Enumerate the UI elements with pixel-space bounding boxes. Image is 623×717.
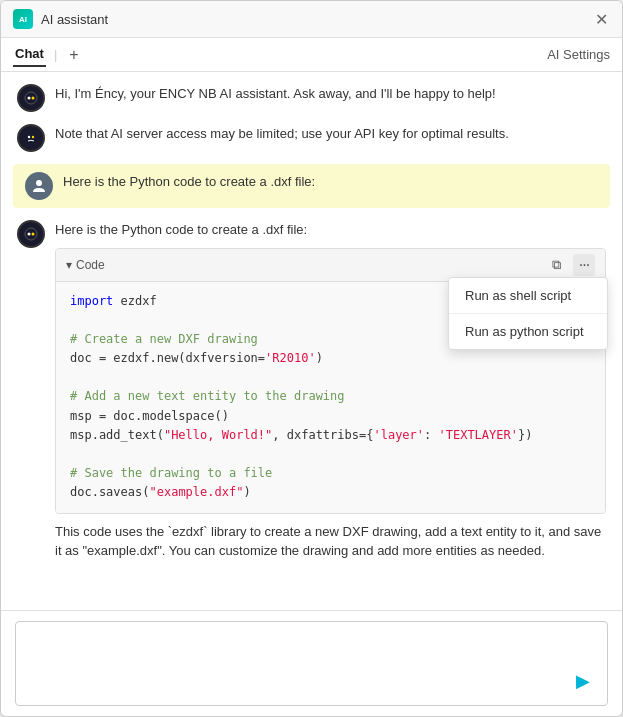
new-tab-button[interactable]: + <box>65 44 82 66</box>
chat-input[interactable] <box>16 622 607 702</box>
run-shell-script-item[interactable]: Run as shell script <box>449 278 607 313</box>
message-warning: Note that AI server access may be limite… <box>17 124 606 152</box>
close-button[interactable]: ✕ <box>592 10 610 28</box>
avatar-ai-1 <box>17 84 45 112</box>
svg-point-0 <box>25 92 37 104</box>
copy-code-button[interactable]: ⧉ <box>545 254 567 276</box>
user-text: Here is the Python code to create a .dxf… <box>63 172 598 192</box>
navbar: Chat | + AI Settings <box>1 38 622 72</box>
code-actions: ⧉ ··· <box>545 254 595 276</box>
message-ai-greeting: Hi, I'm Éncy, your ENCY NB AI assistant.… <box>17 84 606 112</box>
message-ai-response: Here is the Python code to create a .dxf… <box>17 220 606 561</box>
send-icon: ▶ <box>576 670 590 692</box>
window-title: AI assistant <box>41 12 592 27</box>
warning-text: Note that AI server access may be limite… <box>55 124 606 144</box>
avatar-user <box>25 172 53 200</box>
svg-point-4 <box>28 136 30 138</box>
message-user: Here is the Python code to create a .dxf… <box>13 164 610 208</box>
ai-assistant-window: AI AI assistant ✕ Chat | + AI Settings H… <box>0 0 623 717</box>
ai-settings-button[interactable]: AI Settings <box>547 47 610 62</box>
svg-point-5 <box>32 136 34 138</box>
svg-point-6 <box>36 180 42 186</box>
more-options-button[interactable]: ··· <box>573 254 595 276</box>
dots-icon: ··· <box>579 257 589 273</box>
nav-divider: | <box>54 47 57 62</box>
titlebar: AI AI assistant ✕ <box>1 1 622 38</box>
greeting-text: Hi, I'm Éncy, your ENCY NB AI assistant.… <box>55 84 606 104</box>
code-toggle-btn[interactable]: ▾ Code <box>66 256 105 274</box>
avatar-warning <box>17 124 45 152</box>
response-content: Here is the Python code to create a .dxf… <box>55 220 606 561</box>
svg-point-9 <box>32 233 35 236</box>
send-button[interactable]: ▶ <box>569 667 597 695</box>
svg-point-2 <box>32 97 35 100</box>
avatar-ai-2 <box>17 220 45 248</box>
svg-point-8 <box>28 233 31 236</box>
input-area: ▶ <box>1 610 622 716</box>
close-icon: ✕ <box>595 10 608 29</box>
svg-point-1 <box>28 97 31 100</box>
app-icon: AI <box>13 9 33 29</box>
svg-point-7 <box>25 228 37 240</box>
tab-chat[interactable]: Chat <box>13 42 46 67</box>
chevron-down-icon: ▾ <box>66 256 72 274</box>
copy-icon: ⧉ <box>552 255 561 275</box>
context-menu: Run as shell script Run as python script <box>448 277 608 350</box>
svg-point-3 <box>25 132 37 144</box>
description-text: This code uses the `ezdxf` library to cr… <box>55 522 606 561</box>
chat-input-wrapper: ▶ <box>15 621 608 706</box>
run-python-script-item[interactable]: Run as python script <box>449 313 607 349</box>
